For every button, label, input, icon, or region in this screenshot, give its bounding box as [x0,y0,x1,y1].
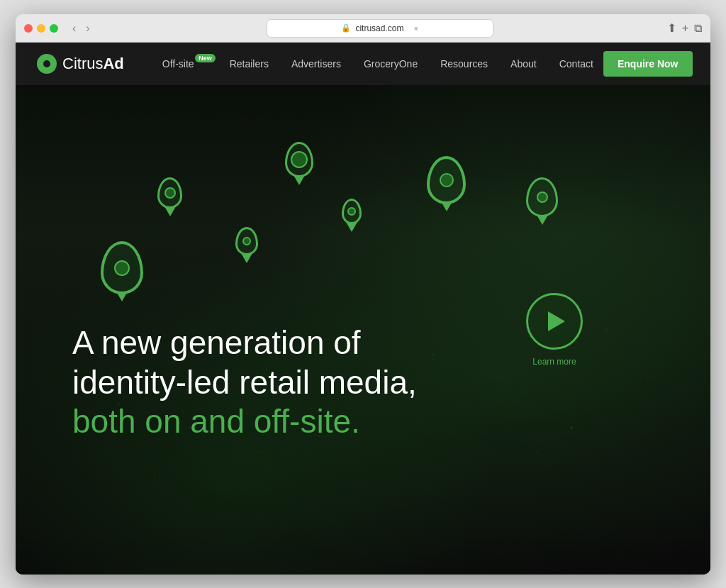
logo-text-bold: Ad [103,55,123,72]
nav-label-advertisers: Advertisers [291,58,341,70]
hero-title-line2: identity-led retail media, [72,363,417,402]
pin-inner-3 [347,207,356,216]
enquire-now-button[interactable]: Enquire Now [603,51,693,77]
address-bar[interactable]: 🔒 citrusad.com × [267,19,493,38]
map-pin-7 [235,227,258,255]
fullscreen-button[interactable] [50,24,58,33]
traffic-lights [24,24,58,33]
pin-inner-2 [291,151,308,168]
pin-body-2 [285,142,313,177]
pin-body-1 [157,177,182,209]
pin-body-5 [526,177,558,217]
nav-badge-new: New [195,54,216,62]
map-pin-3 [342,199,362,224]
pin-body-6 [101,241,143,294]
browser-controls: ‹ › [69,22,93,35]
share-button[interactable]: ⬆ [667,21,676,35]
pin-inner-4 [440,173,454,187]
nav-item-contact[interactable]: Contact [549,52,603,75]
pin-body-7 [235,227,258,255]
map-pin-2 [285,142,313,177]
logo-icon [37,54,57,74]
forward-button[interactable]: › [83,22,92,35]
play-circle[interactable] [526,293,583,350]
browser-titlebar: ‹ › 🔒 citrusad.com × ⬆ + ⧉ [16,14,710,43]
back-button[interactable]: ‹ [69,22,79,35]
nav-label-groceryone: GroceryOne [364,58,418,70]
browser-actions: ⬆ + ⧉ [667,21,702,35]
nav-label-offsite: Off-site [162,58,194,70]
navbar: CitrusAd Off-site New Retailers Advertis… [16,43,710,85]
website: CitrusAd Off-site New Retailers Advertis… [16,43,710,575]
logo-text: CitrusAd [62,55,124,73]
map-pin-4 [427,156,466,204]
pin-body-3 [342,199,362,224]
nav-item-advertisers[interactable]: Advertisers [281,52,351,75]
nav-item-offsite[interactable]: Off-site New [152,52,217,75]
nav-label-about: About [510,58,537,70]
nav-item-resources[interactable]: Resources [430,52,498,75]
nav-item-retailers[interactable]: Retailers [220,52,279,75]
close-button[interactable] [24,24,33,33]
lock-icon: 🔒 [341,23,351,33]
hero-title: A new generation of identity-led retail … [72,323,417,441]
play-icon [548,311,565,331]
nav-label-resources: Resources [440,58,488,70]
map-pin-5 [526,177,558,217]
hero-content: A new generation of identity-led retail … [72,323,417,447]
url-text: citrusad.com [355,23,403,33]
map-pin-1 [157,177,182,209]
nav-item-groceryone[interactable]: GroceryOne [354,52,428,75]
pin-inner-1 [164,187,176,199]
nav-label-contact: Contact [559,58,593,70]
tab-close-button[interactable]: × [413,24,418,33]
map-pin-6 [101,241,143,294]
logo-text-light: Citrus [62,55,103,72]
browser-window: ‹ › 🔒 citrusad.com × ⬆ + ⧉ Citrus [16,14,710,575]
pin-body-4 [427,156,466,204]
pin-inner-6 [114,260,130,276]
play-button-container[interactable]: Learn more [526,293,583,367]
pin-inner-7 [242,237,251,245]
new-tab-button[interactable]: + [682,22,688,35]
play-label: Learn more [532,357,576,367]
windows-button[interactable]: ⧉ [694,22,702,35]
hero-title-green: both on and off-site. [72,402,417,441]
hero-title-line1: A new generation of [72,323,417,362]
logo-dot [43,60,50,67]
minimize-button[interactable] [37,24,45,33]
hero-section: A new generation of identity-led retail … [16,85,710,575]
pin-inner-5 [537,192,548,203]
nav-links: Off-site New Retailers Advertisers Groce… [152,52,603,75]
address-bar-container: 🔒 citrusad.com × [99,19,661,38]
nav-label-retailers: Retailers [230,58,269,70]
nav-item-about[interactable]: About [501,52,547,75]
logo[interactable]: CitrusAd [37,54,124,74]
